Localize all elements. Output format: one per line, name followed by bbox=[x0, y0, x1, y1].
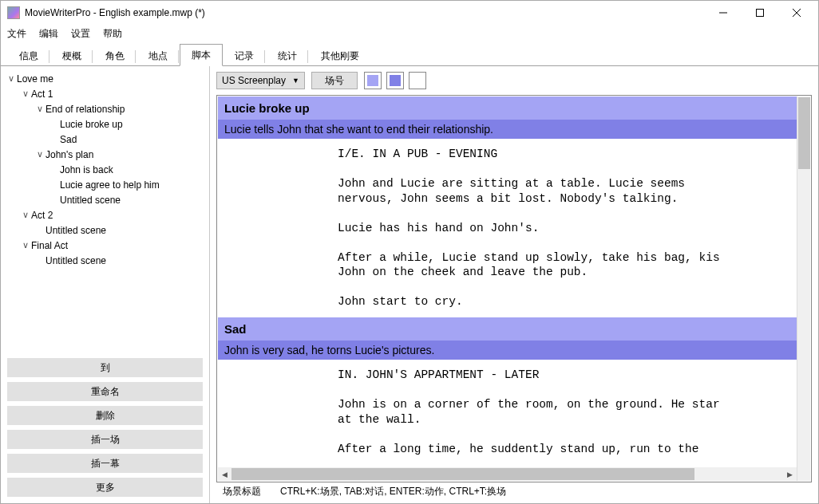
horizontal-scrollbar[interactable]: ◀ ▶ bbox=[218, 467, 797, 481]
close-button[interactable] bbox=[778, 1, 815, 25]
editor-pane: US Screenplay ▼ 场号 Lucie broke up Lucie … bbox=[210, 66, 818, 503]
tree-lucie-agree[interactable]: Lucie agree to help him bbox=[60, 179, 160, 191]
chevron-down-icon: ▼ bbox=[292, 77, 299, 85]
format-dropdown[interactable]: US Screenplay ▼ bbox=[216, 72, 305, 89]
tab-records[interactable]: 记录 bbox=[223, 45, 266, 66]
color-swatches bbox=[364, 72, 426, 89]
tab-info[interactable]: 信息 bbox=[7, 45, 50, 66]
app-icon bbox=[7, 6, 20, 19]
tab-outline[interactable]: 梗概 bbox=[50, 45, 93, 66]
tree-untitled1[interactable]: Untitled scene bbox=[60, 194, 121, 207]
svg-line-2 bbox=[793, 9, 801, 17]
tab-bar: 信息 梗概 角色 地点 脚本 记录 统计 其他刚要 bbox=[1, 42, 818, 66]
vertical-scrollbar[interactable] bbox=[797, 96, 810, 481]
svg-rect-1 bbox=[757, 10, 764, 17]
tree-root[interactable]: Love me bbox=[17, 73, 53, 85]
status-mode: 场景标题 bbox=[223, 485, 261, 498]
tree-end-rel[interactable]: End of relationship bbox=[46, 103, 125, 116]
menu-bar: 文件 编辑 设置 帮助 bbox=[1, 25, 818, 42]
goto-button[interactable]: 到 bbox=[7, 358, 203, 377]
menu-file[interactable]: 文件 bbox=[7, 27, 26, 41]
tree-act1[interactable]: Act 1 bbox=[31, 88, 53, 100]
tree-buttons: 到 重命名 删除 插一场 插一幕 更多 bbox=[1, 358, 209, 503]
main-area: ∨Love me ∨Act 1 ∨End of relationship Luc… bbox=[1, 66, 818, 503]
tab-script[interactable]: 脚本 bbox=[180, 44, 223, 66]
tab-other[interactable]: 其他刚要 bbox=[309, 45, 371, 66]
editor-viewport: Lucie broke up Lucie tells John that she… bbox=[218, 96, 797, 481]
more-button[interactable]: 更多 bbox=[7, 478, 203, 497]
tree-johns-plan[interactable]: John's plan bbox=[46, 148, 93, 161]
tab-roles[interactable]: 角色 bbox=[93, 45, 136, 66]
tree-untitled2[interactable]: Untitled scene bbox=[46, 224, 106, 237]
scene1-title[interactable]: Lucie broke up bbox=[218, 96, 797, 120]
scene2-title[interactable]: Sad bbox=[218, 317, 797, 341]
insert-act-button[interactable]: 插一幕 bbox=[7, 454, 203, 473]
tree-john-back[interactable]: John is back bbox=[60, 163, 113, 176]
swatch-white[interactable] bbox=[409, 72, 426, 89]
editor-toolbar: US Screenplay ▼ 场号 bbox=[216, 69, 812, 92]
status-hints: CTRL+K:场景, TAB:对话, ENTER:动作, CTRL+T:换场 bbox=[280, 485, 506, 498]
svg-line-3 bbox=[793, 9, 801, 17]
minimize-button[interactable] bbox=[705, 1, 742, 25]
scene2-desc[interactable]: John is very sad, he torns Lucie's pictu… bbox=[218, 341, 797, 360]
tree-untitled3[interactable]: Untitled scene bbox=[46, 254, 106, 267]
swatch-mid[interactable] bbox=[386, 72, 404, 89]
scene2-body[interactable]: IN. JOHN'S APPARTMENT - LATER John is on… bbox=[218, 360, 797, 464]
tree-final-act[interactable]: Final Act bbox=[31, 239, 68, 252]
menu-help[interactable]: 帮助 bbox=[103, 27, 122, 41]
scene-tree-pane: ∨Love me ∨Act 1 ∨End of relationship Luc… bbox=[1, 66, 210, 503]
maximize-button[interactable] bbox=[742, 1, 778, 25]
tree-act2[interactable]: Act 2 bbox=[31, 209, 53, 222]
vscroll-thumb[interactable] bbox=[798, 97, 810, 169]
insert-scene-button[interactable]: 插一场 bbox=[7, 430, 203, 449]
menu-edit[interactable]: 编辑 bbox=[39, 27, 58, 41]
tree-sad[interactable]: Sad bbox=[60, 133, 77, 146]
hscroll-thumb[interactable] bbox=[231, 468, 694, 480]
tree-lucie-broke[interactable]: Lucie broke up bbox=[60, 118, 123, 131]
tab-places[interactable]: 地点 bbox=[136, 45, 180, 66]
window-controls bbox=[705, 1, 815, 25]
rename-button[interactable]: 重命名 bbox=[7, 382, 203, 401]
tab-stats[interactable]: 统计 bbox=[266, 45, 309, 66]
title-bar: MovieWriterPro - English example.mwp (*) bbox=[1, 1, 818, 25]
delete-button[interactable]: 删除 bbox=[7, 406, 203, 425]
menu-settings[interactable]: 设置 bbox=[71, 27, 90, 41]
status-bar: 场景标题 CTRL+K:场景, TAB:对话, ENTER:动作, CTRL+T… bbox=[216, 482, 812, 500]
scroll-left-icon[interactable]: ◀ bbox=[218, 467, 231, 481]
main-window: MovieWriterPro - English example.mwp (*)… bbox=[0, 0, 819, 504]
scene1-body[interactable]: I/E. IN A PUB - EVENING John and Lucie a… bbox=[218, 139, 797, 317]
scene-tree[interactable]: ∨Love me ∨Act 1 ∨End of relationship Luc… bbox=[1, 69, 209, 358]
scene-number-button[interactable]: 场号 bbox=[311, 72, 358, 89]
scene1-desc[interactable]: Lucie tells John that she want to end th… bbox=[218, 120, 797, 139]
scroll-right-icon[interactable]: ▶ bbox=[783, 467, 797, 481]
editor-frame: Lucie broke up Lucie tells John that she… bbox=[216, 95, 812, 482]
swatch-light[interactable] bbox=[364, 72, 382, 89]
editor-content[interactable]: Lucie broke up Lucie tells John that she… bbox=[218, 96, 797, 481]
window-title: MovieWriterPro - English example.mwp (*) bbox=[25, 7, 705, 18]
